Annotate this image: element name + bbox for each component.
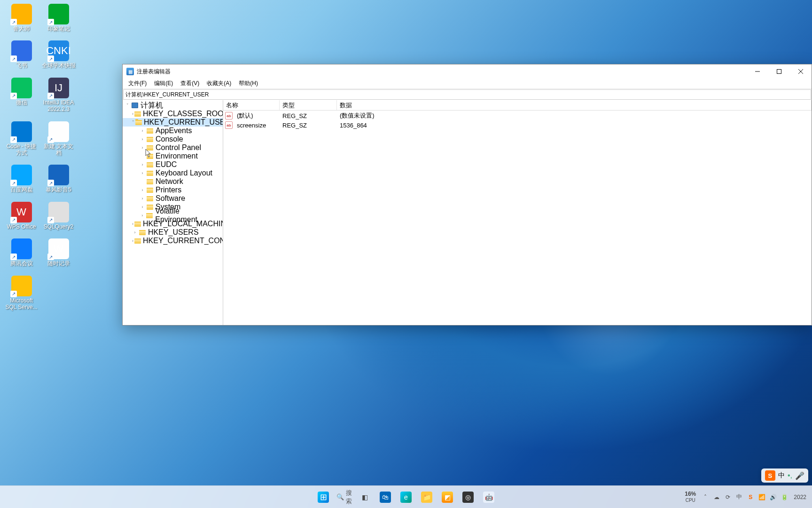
column-header-type[interactable]: 类型 xyxy=(280,100,337,110)
edge-browser-icon[interactable]: e xyxy=(397,488,415,507)
ime-floating-indicator[interactable]: S 中 •, 🎤 xyxy=(761,468,808,483)
app-icon: ↗ xyxy=(11,40,32,61)
microsoft-store-icon[interactable]: 🛍 xyxy=(376,488,395,507)
tree-expander-icon[interactable]: › xyxy=(140,128,145,133)
column-header-data[interactable]: 数据 xyxy=(337,100,812,110)
tree-node[interactable]: ˅ HKEY_CURRENT_USER xyxy=(123,118,223,127)
tree-expander-icon[interactable]: › xyxy=(140,196,145,201)
registry-value-list-pane[interactable]: 名称 类型 数据 ab (默认) REG_SZ (数值未设置)ab screen… xyxy=(223,100,812,325)
tree-node[interactable]: › HKEY_LOCAL_MACHINE xyxy=(123,220,223,228)
desktop-icon[interactable]: ↗SQLQuery2 xyxy=(41,202,76,230)
tree-node[interactable]: › Console xyxy=(123,135,223,143)
registry-value-row[interactable]: ab (默认) REG_SZ (数值未设置) xyxy=(223,111,812,120)
desktop-icon[interactable]: ↗Code - 快捷方式 xyxy=(4,121,39,157)
tree-expander-icon[interactable]: › xyxy=(140,162,145,167)
desktop-icon[interactable]: ↗鲁大师 xyxy=(4,4,39,32)
minimize-button[interactable] xyxy=(747,64,768,79)
maximize-button[interactable] xyxy=(768,64,790,79)
address-bar[interactable]: 计算机\HKEY_CURRENT_USER xyxy=(123,89,811,100)
tree-node[interactable]: › Printers xyxy=(123,186,223,194)
column-header-name[interactable]: 名称 xyxy=(223,100,280,110)
desktop-icon[interactable]: CNKI↗全球学术快报 xyxy=(41,40,76,69)
folder-icon xyxy=(146,127,154,134)
shortcut-arrow-icon: ↗ xyxy=(10,19,17,25)
task-view-button[interactable]: ◧ xyxy=(355,488,374,507)
tree-expander-icon[interactable]: › xyxy=(140,137,145,142)
ime-tray-icon[interactable]: 中 xyxy=(734,492,744,502)
tree-expander-icon[interactable]: › xyxy=(132,238,133,243)
shortcut-arrow-icon: ↗ xyxy=(10,93,17,99)
desktop-icon[interactable]: ↗印象笔记 xyxy=(41,4,76,32)
app-icon-3[interactable]: 🤖 xyxy=(479,488,498,507)
taskbar-right: 16% CPU ˄ ☁ ⟳ 中 S 📶 🔊 🔋 2022 xyxy=(682,491,809,502)
desktop-icon[interactable]: ↗百度网盘 xyxy=(4,165,39,193)
desktop-icon[interactable]: IJ↗IntelliJ IDEA 2022.2.3 xyxy=(41,78,76,113)
tree-node[interactable]: Environment xyxy=(123,152,223,160)
desktop-icon[interactable]: W↗随时记录 xyxy=(41,238,76,267)
search-icon: 🔍 xyxy=(336,493,344,500)
cpu-usage-widget[interactable]: 16% CPU xyxy=(682,491,699,502)
desktop-icon[interactable]: ↗飞书 xyxy=(4,40,39,69)
tree-node-label: EUDC xyxy=(155,160,178,169)
tree-expander-icon[interactable]: › xyxy=(140,205,145,209)
tree-node[interactable]: › EUDC xyxy=(123,160,223,169)
wifi-icon[interactable]: 📶 xyxy=(757,492,766,502)
desktop-icon[interactable]: ↗暴风影音5 xyxy=(41,165,76,193)
desktop-icon[interactable]: ↗Microsoft SQL Serve... xyxy=(4,276,39,311)
tree-node[interactable]: › Control Panel xyxy=(123,143,223,152)
tree-expander-icon[interactable]: ˅ xyxy=(125,103,130,108)
app-icon-1[interactable]: ◩ xyxy=(438,488,457,507)
ime-microphone-icon: 🎤 xyxy=(795,471,804,480)
app-icon-2[interactable]: ◎ xyxy=(459,488,477,507)
tree-expander-icon[interactable]: › xyxy=(140,213,145,218)
taskbar-clock[interactable]: 2022 xyxy=(791,494,809,500)
tree-expander-icon[interactable]: › xyxy=(132,230,138,235)
menu-item[interactable]: 文件(F) xyxy=(125,79,150,88)
tree-node[interactable]: › Software xyxy=(123,194,223,203)
taskbar-search[interactable]: 🔍 搜索 xyxy=(335,488,353,507)
tree-expander-icon[interactable]: › xyxy=(132,111,133,116)
tree-node[interactable]: › HKEY_CLASSES_ROOT xyxy=(123,110,223,118)
folder-icon xyxy=(146,161,154,168)
desktop-icon-label: WPS Office xyxy=(7,223,36,230)
tree-expander-icon[interactable]: › xyxy=(140,171,145,175)
folder-icon xyxy=(134,221,141,227)
registry-tree-pane[interactable]: ˅ 计算机 › HKEY_CLASSES_ROOT ˅ HKEY_CURRENT… xyxy=(123,100,223,325)
ime-punctuation-icon: •, xyxy=(788,471,792,480)
shortcut-arrow-icon: ↗ xyxy=(47,19,54,25)
file-explorer-icon[interactable]: 📁 xyxy=(417,488,436,507)
desktop-icon[interactable]: ↗新建 文本文档 xyxy=(41,121,76,157)
menu-item[interactable]: 帮助(H) xyxy=(235,79,262,88)
tree-node[interactable]: › HKEY_USERS xyxy=(123,228,223,237)
tree-expander-icon[interactable]: › xyxy=(140,145,145,150)
tree-node[interactable]: ˅ 计算机 xyxy=(123,101,223,110)
tree-expander-icon[interactable]: ˅ xyxy=(132,120,134,125)
start-button[interactable]: ⊞ xyxy=(314,488,333,507)
desktop-icon[interactable]: W↗WPS Office xyxy=(4,202,39,230)
window-controls xyxy=(747,64,812,79)
tree-expander-icon[interactable]: › xyxy=(140,188,145,192)
tree-node[interactable]: › AppEvents xyxy=(123,127,223,135)
tree-node[interactable]: Network xyxy=(123,177,223,186)
onedrive-icon[interactable]: ☁ xyxy=(712,492,721,502)
volume-icon[interactable]: 🔊 xyxy=(768,492,778,502)
tree-expander-icon[interactable]: › xyxy=(132,222,133,226)
registry-value-row[interactable]: ab screensize REG_SZ 1536_864 xyxy=(223,120,812,130)
desktop-icon[interactable]: ↗腾讯会议 xyxy=(4,238,39,267)
window-titlebar[interactable]: ▦ 注册表编辑器 xyxy=(123,64,812,79)
regedit-window: ▦ 注册表编辑器 文件(F)编辑(E)查看(V)收藏夹(A)帮助(H) 计算机\… xyxy=(122,64,812,325)
tree-node[interactable]: › Keyboard Layout xyxy=(123,169,223,177)
menu-item[interactable]: 查看(V) xyxy=(177,79,203,88)
close-button[interactable] xyxy=(790,64,812,79)
tree-node[interactable]: › Volatile Environment xyxy=(123,211,223,220)
menu-item[interactable]: 编辑(E) xyxy=(150,79,177,88)
sogou-ime-icon[interactable]: S xyxy=(746,492,755,502)
desktop-icon-label: Code - 快捷方式 xyxy=(4,143,39,157)
tree-node[interactable]: › HKEY_CURRENT_CONFIG xyxy=(123,237,223,245)
tray-sync-icon[interactable]: ⟳ xyxy=(723,492,733,502)
menu-item[interactable]: 收藏夹(A) xyxy=(203,79,235,88)
tray-chevron-up-icon[interactable]: ˄ xyxy=(701,492,710,502)
desktop-icon[interactable]: ↗微信 xyxy=(4,78,39,113)
battery-icon[interactable]: 🔋 xyxy=(780,492,789,502)
app-icon: ↗ xyxy=(48,165,69,185)
